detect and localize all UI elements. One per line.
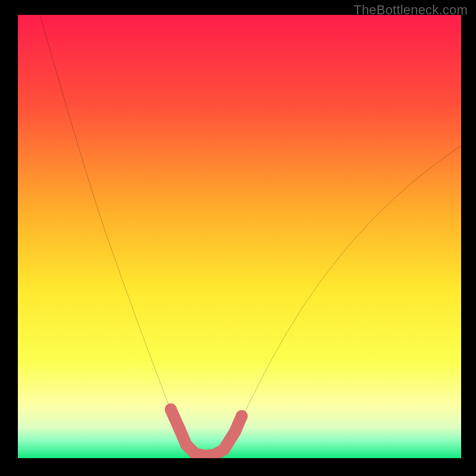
highlight-dot — [236, 410, 248, 422]
highlight-dot — [174, 424, 186, 436]
highlight-dots — [165, 403, 248, 458]
chart-frame: TheBottleneck.com — [0, 0, 476, 476]
plot-area — [18, 15, 461, 458]
highlight-dot — [180, 439, 192, 451]
highlight-dot — [165, 403, 177, 415]
highlight-dot — [218, 443, 230, 455]
curve-layer — [18, 15, 461, 458]
bottleneck-curve — [40, 15, 461, 456]
highlight-dot — [229, 425, 241, 437]
